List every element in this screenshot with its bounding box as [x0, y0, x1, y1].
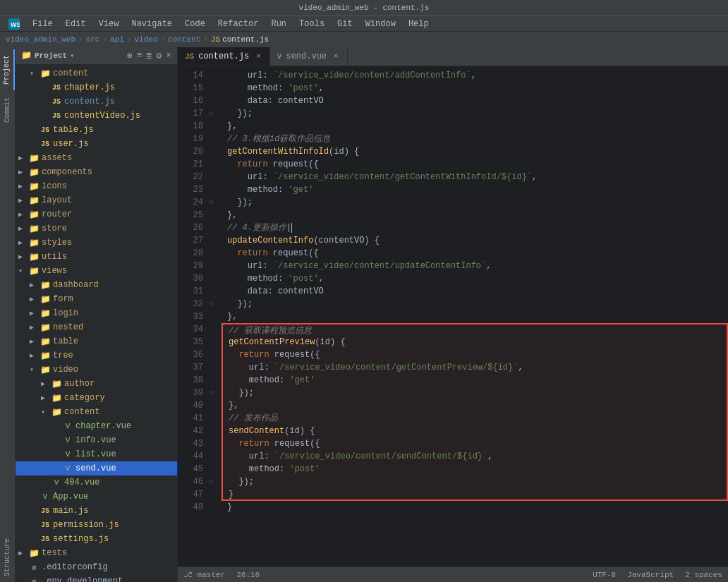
tree-file-user-js[interactable]: JS user.js [16, 137, 177, 151]
tree-file-permission-js[interactable]: JS permission.js [16, 518, 177, 532]
code-line-42: sendContent(id) { [222, 425, 728, 437]
gutter: ○○○○○ [207, 66, 222, 566]
close-tab-send-vue[interactable]: × [334, 52, 339, 61]
code-line-31: data: contentVO [222, 285, 728, 298]
tree-folder-assets[interactable]: ▶ 📁 assets [16, 151, 177, 165]
tab-content-js[interactable]: JS content.js × [178, 47, 270, 66]
menu-tools[interactable]: Tools [293, 18, 330, 30]
menu-file[interactable]: File [27, 18, 59, 30]
cursor-position: 26:16 [236, 571, 260, 579]
breadcrumb-file: content.js [222, 35, 269, 44]
tree-folder-utils[interactable]: ▶ 📁 utils [16, 250, 177, 264]
tree-file-settings-js[interactable]: JS settings.js [16, 532, 177, 546]
tree-folder-layout[interactable]: ▶ 📁 layout [16, 193, 177, 207]
menu-edit[interactable]: Edit [60, 18, 92, 30]
tree-folder-video[interactable]: ▾ 📁 video [16, 363, 177, 377]
indent-info: 2 spaces [685, 571, 722, 579]
tree-file-info-vue[interactable]: V info.vue [16, 433, 177, 447]
tree-folder-content[interactable]: ▾ 📁 content [16, 66, 177, 80]
code-line-36: return request({ [222, 348, 728, 361]
side-tab-commit[interactable]: Commit [1, 92, 14, 128]
tab-label-content-js: content.js [198, 51, 249, 61]
menu-refactor[interactable]: Refactor [212, 18, 265, 30]
code-line-30: method: 'post', [222, 272, 728, 285]
code-line-38: method: 'get' [222, 374, 728, 387]
code-line-25: }, [222, 209, 728, 222]
tab-bar: JS content.js × V send.vue × [178, 47, 728, 66]
code-line-37: url: `/service_video/content/getContentP… [222, 361, 728, 374]
tree-file-env-dev[interactable]: ⚙ .env.development [16, 574, 177, 582]
code-line-15: method: 'post', [222, 82, 728, 95]
tree-folder-form[interactable]: ▶ 📁 form [16, 292, 177, 306]
panel-title: Project [35, 51, 67, 60]
tree-folder-dashboard[interactable]: ▶ 📁 dashboard [16, 278, 177, 292]
tree-file-send-vue[interactable]: V send.vue [16, 461, 177, 475]
tree-folder-components[interactable]: ▶ 📁 components [16, 165, 177, 179]
menu-navigate[interactable]: Navigate [126, 18, 178, 30]
menu-git[interactable]: Git [332, 18, 358, 30]
tree-file-main-js[interactable]: JS main.js [16, 504, 177, 518]
svg-text:WS: WS [11, 21, 20, 28]
file-tree: ▾ 📁 content JS chapter.js JS content.js … [16, 65, 177, 582]
tab-send-vue[interactable]: V send.vue × [270, 47, 348, 66]
code-line-18: }, [222, 120, 728, 133]
side-tab-project[interactable]: Project [0, 49, 15, 90]
breadcrumb-root[interactable]: video_admin_web [6, 35, 75, 44]
panel-icons: ⊕ ≡ ≣ ⚙ × [127, 50, 171, 61]
code-line-23: method: 'get' [222, 183, 728, 196]
breadcrumb-content-dir[interactable]: content [168, 35, 200, 44]
status-bar: ⎇ master 26:16 UTF-8 JavaScript 2 spaces [178, 566, 728, 582]
code-line-40: }, [222, 399, 728, 412]
tree-file-404-vue[interactable]: V 404.vue [16, 475, 177, 490]
side-tab-structure[interactable]: Structure [1, 533, 14, 582]
code-line-24: }); [222, 196, 728, 209]
panel-icon-settings[interactable]: ⚙ [156, 50, 162, 61]
tree-folder-icons[interactable]: ▶ 📁 icons [16, 179, 177, 193]
panel-icon-expand[interactable]: ≣ [147, 50, 152, 61]
title-bar: video_admin_web - content.js [0, 0, 728, 16]
tree-file-chapter-vue[interactable]: V chapter.vue [16, 419, 177, 433]
code-line-47: } [222, 488, 728, 501]
close-tab-content-js[interactable]: × [256, 52, 261, 61]
code-line-28: return request({ [222, 247, 728, 260]
tree-file-app-vue[interactable]: V App.vue [16, 490, 177, 504]
tree-file-table-js[interactable]: JS table.js [16, 123, 177, 137]
tree-folder-nested[interactable]: ▶ 📁 nested [16, 320, 177, 334]
menu-run[interactable]: Run [265, 18, 292, 30]
tree-file-list-vue[interactable]: V list.vue [16, 447, 177, 461]
tree-file-editorconfig[interactable]: ⚙ .editorconfig [16, 560, 177, 574]
menu-code[interactable]: Code [179, 18, 211, 30]
code-line-33: }, [222, 310, 728, 323]
code-line-32: }); [222, 298, 728, 310]
panel-icon-locate[interactable]: ⊕ [127, 50, 133, 61]
code-editor[interactable]: 1415161718192021222324252627282930313233… [178, 66, 728, 566]
tree-file-contentvideo-js[interactable]: JS contentVideo.js [16, 109, 177, 123]
tree-folder-store[interactable]: ▶ 📁 store [16, 222, 177, 236]
breadcrumb-api[interactable]: api [110, 35, 124, 44]
menu-ws[interactable]: WS [3, 17, 25, 31]
tree-file-content-js[interactable]: JS content.js [16, 95, 177, 109]
code-content[interactable]: url: `/service_video/content/addContentI… [222, 66, 728, 566]
breadcrumb: video_admin_web › src › api › video › co… [0, 31, 728, 47]
tree-folder-tree[interactable]: ▶ 📁 tree [16, 348, 177, 363]
menu-help[interactable]: Help [403, 18, 435, 30]
breadcrumb-video[interactable]: video [134, 35, 157, 44]
menu-view[interactable]: View [93, 18, 125, 30]
tree-folder-styles[interactable]: ▶ 📁 styles [16, 236, 177, 250]
code-line-17: }); [222, 107, 728, 120]
tree-folder-router[interactable]: ▶ 📁 router [16, 207, 177, 222]
tree-folder-category[interactable]: ▶ 📁 category [16, 391, 177, 405]
tree-folder-login[interactable]: ▶ 📁 login [16, 306, 177, 320]
tree-folder-video-content[interactable]: ▾ 📁 content [16, 405, 177, 419]
panel-icon-close[interactable]: × [166, 50, 171, 61]
breadcrumb-src[interactable]: src [86, 35, 100, 44]
menu-window[interactable]: Window [360, 18, 401, 30]
tree-folder-views[interactable]: ▾ 📁 views [16, 264, 177, 278]
tree-folder-author[interactable]: ▶ 📁 author [16, 377, 177, 391]
code-line-43: return request({ [222, 437, 728, 450]
tree-folder-tests[interactable]: ▶ 📁 tests [16, 546, 177, 560]
tree-folder-table[interactable]: ▶ 📁 table [16, 334, 177, 348]
js-file-icon: JS [185, 52, 194, 61]
tree-file-chapter-js[interactable]: JS chapter.js [16, 80, 177, 95]
panel-icon-collapse[interactable]: ≡ [137, 50, 142, 61]
